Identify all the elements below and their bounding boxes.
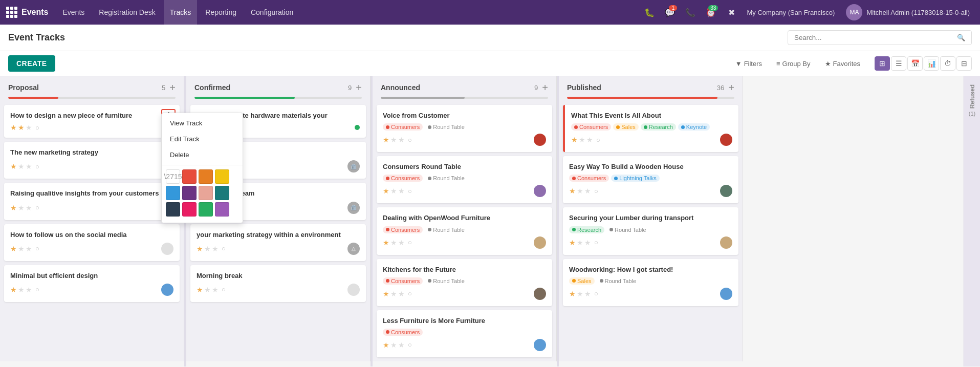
kanban-card[interactable]: Raising qualitive insights from your cus…: [4, 183, 180, 220]
nav-tracks[interactable]: Tracks: [164, 0, 197, 25]
color-swatch[interactable]: [215, 169, 229, 184]
star-empty[interactable]: ★: [26, 123, 32, 132]
star-empty[interactable]: ★: [398, 290, 405, 298]
star-empty[interactable]: ★: [398, 187, 405, 195]
star-empty[interactable]: ★: [398, 239, 405, 247]
favorites-button[interactable]: ★ Favorites: [821, 58, 864, 70]
star-empty[interactable]: ★: [584, 290, 591, 298]
star-filled[interactable]: ★: [569, 239, 576, 247]
star-empty[interactable]: ★: [577, 239, 583, 247]
color-swatch[interactable]: [166, 202, 180, 217]
kanban-card[interactable]: What This Event Is All About Consumers S…: [563, 105, 738, 152]
star-filled[interactable]: ★: [383, 239, 389, 247]
list-view-button[interactable]: ☰: [891, 56, 906, 71]
clock-icon-btn[interactable]: ⏰ 33: [703, 4, 719, 20]
kanban-card[interactable]: Consumers Round Table Consumers Round Ta…: [377, 156, 552, 203]
star-empty[interactable]: ★: [390, 136, 397, 144]
search-input[interactable]: [794, 34, 953, 41]
kanban-view-button[interactable]: ⊞: [875, 56, 890, 71]
star-empty[interactable]: ★: [26, 245, 32, 253]
color-swatch[interactable]: [182, 169, 197, 184]
pivot-view-button[interactable]: ⊟: [956, 56, 972, 71]
nav-configuration[interactable]: Configuration: [245, 0, 299, 25]
star-filled[interactable]: ★: [10, 204, 17, 212]
color-swatch[interactable]: [215, 202, 229, 217]
color-swatch[interactable]: [199, 169, 213, 184]
star-empty[interactable]: ★: [26, 162, 32, 170]
color-swatch[interactable]: [199, 186, 213, 200]
star-empty[interactable]: ★: [212, 286, 219, 294]
star-filled[interactable]: ★: [18, 123, 25, 132]
star-empty[interactable]: ★: [18, 204, 25, 212]
star-filled[interactable]: ★: [383, 341, 389, 349]
app-brand[interactable]: Events: [6, 7, 48, 18]
star-empty[interactable]: ★: [204, 286, 211, 294]
nav-events[interactable]: Events: [56, 0, 91, 25]
star-empty[interactable]: ★: [212, 245, 219, 253]
bug-icon-btn[interactable]: 🐛: [641, 4, 658, 20]
kanban-card[interactable]: Kitchens for the Future Consumers Round …: [377, 259, 552, 306]
star-empty[interactable]: ★: [390, 341, 397, 349]
check-circle[interactable]: ○: [408, 239, 412, 246]
graph-view-button[interactable]: 📊: [924, 56, 939, 71]
user-menu[interactable]: MA Mitchell Admin (11783018-15-0-all): [842, 4, 974, 20]
kanban-card[interactable]: Dealing with OpenWood Furniture Consumer…: [377, 207, 552, 254]
kanban-card[interactable]: Voice from Customer Consumers Round Tabl…: [377, 105, 552, 152]
star-empty[interactable]: ★: [18, 286, 25, 294]
color-swatch[interactable]: [166, 169, 180, 184]
kanban-card[interactable]: your marketing strategy within a environ…: [190, 224, 366, 261]
star-empty[interactable]: ★: [18, 245, 25, 253]
star-empty[interactable]: ★: [390, 290, 397, 298]
kanban-card[interactable]: Securing your Lumber during transport Re…: [563, 207, 738, 254]
check-circle[interactable]: ○: [222, 245, 226, 252]
kanban-card[interactable]: Easy Way To Build a Wooden House Consume…: [563, 156, 738, 203]
check-circle[interactable]: ○: [35, 124, 39, 132]
kanban-card[interactable]: ⋮ How to design a new piece of furniture…: [4, 105, 180, 138]
tools-icon-btn[interactable]: ✖: [723, 4, 739, 20]
star-empty[interactable]: ★: [398, 341, 405, 349]
color-swatch[interactable]: [166, 186, 180, 200]
column-add-button[interactable]: +: [728, 82, 734, 93]
star-filled[interactable]: ★: [569, 290, 576, 298]
clock-view-button[interactable]: ⏱: [940, 56, 955, 71]
nav-registration[interactable]: Registration Desk: [93, 0, 162, 25]
star-empty[interactable]: ★: [579, 136, 585, 144]
filters-button[interactable]: ▼ Filters: [731, 58, 766, 70]
kanban-card[interactable]: Minimal but efficient design ★★★○: [4, 265, 180, 302]
star-filled[interactable]: ★: [569, 187, 576, 195]
color-swatch[interactable]: [182, 186, 197, 200]
star-filled[interactable]: ★: [10, 286, 17, 294]
star-filled[interactable]: ★: [197, 245, 203, 253]
star-filled[interactable]: ★: [10, 123, 17, 132]
create-button[interactable]: CREATE: [8, 55, 55, 72]
star-filled[interactable]: ★: [383, 136, 389, 144]
star-empty[interactable]: ★: [390, 239, 397, 247]
nav-reporting[interactable]: Reporting: [199, 0, 243, 25]
calendar-view-button[interactable]: 📅: [907, 56, 923, 71]
check-circle[interactable]: ○: [408, 187, 412, 195]
star-filled[interactable]: ★: [383, 290, 389, 298]
context-edit-track[interactable]: Edit Track: [162, 131, 243, 147]
star-empty[interactable]: ★: [577, 187, 583, 195]
check-circle[interactable]: ○: [596, 136, 600, 144]
star-filled[interactable]: ★: [10, 245, 17, 253]
check-circle[interactable]: ○: [594, 239, 598, 246]
star-empty[interactable]: ★: [586, 136, 593, 144]
kanban-card[interactable]: Woodworking: How I got started! Sales Ro…: [563, 259, 738, 306]
kanban-card[interactable]: Less Furniture is More Furniture Consume…: [377, 310, 552, 357]
search-box[interactable]: 🔍: [788, 30, 972, 45]
column-add-button[interactable]: +: [542, 82, 548, 93]
star-empty[interactable]: ★: [577, 290, 583, 298]
color-swatch[interactable]: [215, 186, 229, 200]
refused-sidebar[interactable]: Refused (1): [964, 76, 980, 366]
check-circle[interactable]: ○: [408, 136, 412, 144]
kanban-card[interactable]: How to follow us on the social media ★★★…: [4, 224, 180, 261]
check-circle[interactable]: ○: [35, 245, 39, 252]
check-circle[interactable]: ○: [408, 341, 412, 349]
star-empty[interactable]: ★: [398, 136, 405, 144]
color-swatch[interactable]: [182, 202, 197, 217]
group-by-button[interactable]: ≡ Group By: [772, 58, 815, 70]
context-view-track[interactable]: View Track: [162, 115, 243, 131]
column-add-button[interactable]: +: [169, 82, 176, 93]
check-circle[interactable]: ○: [222, 286, 226, 293]
